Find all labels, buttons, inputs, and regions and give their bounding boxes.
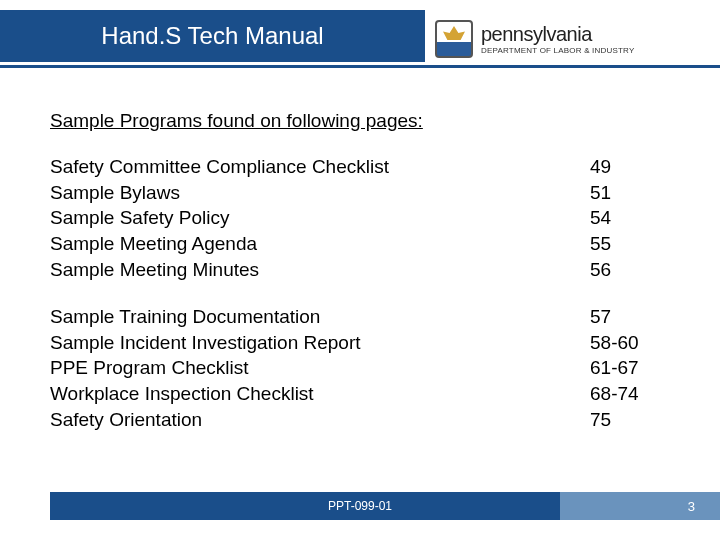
program-page: 58-60 bbox=[580, 330, 670, 356]
state-name: pennsylvania bbox=[481, 23, 634, 46]
program-label: Sample Safety Policy bbox=[50, 205, 580, 231]
list-item: Safety Orientation 75 bbox=[50, 407, 670, 433]
page-title: Hand.S Tech Manual bbox=[101, 22, 323, 50]
department-name: DEPARTMENT OF LABOR & INDUSTRY bbox=[481, 46, 634, 55]
program-label: Safety Committee Compliance Checklist bbox=[50, 154, 580, 180]
footer-accent bbox=[560, 492, 720, 520]
program-label: Safety Orientation bbox=[50, 407, 580, 433]
list-item: Sample Safety Policy 54 bbox=[50, 205, 670, 231]
state-logo: pennsylvania DEPARTMENT OF LABOR & INDUS… bbox=[435, 20, 634, 58]
program-label: Sample Bylaws bbox=[50, 180, 580, 206]
program-page: 57 bbox=[580, 304, 670, 330]
program-page: 61-67 bbox=[580, 355, 670, 381]
program-page: 75 bbox=[580, 407, 670, 433]
program-page: 49 bbox=[580, 154, 670, 180]
list-item: Sample Bylaws 51 bbox=[50, 180, 670, 206]
program-group-2: Sample Training Documentation 57 Sample … bbox=[50, 304, 670, 432]
header-divider bbox=[0, 65, 720, 68]
program-page: 54 bbox=[580, 205, 670, 231]
content-area: Sample Programs found on following pages… bbox=[50, 110, 670, 454]
program-label: PPE Program Checklist bbox=[50, 355, 580, 381]
program-label: Sample Meeting Agenda bbox=[50, 231, 580, 257]
program-group-1: Safety Committee Compliance Checklist 49… bbox=[50, 154, 670, 282]
intro-heading: Sample Programs found on following pages… bbox=[50, 110, 670, 132]
page-number: 3 bbox=[688, 499, 695, 514]
program-label: Workplace Inspection Checklist bbox=[50, 381, 580, 407]
list-item: Sample Incident Investigation Report 58-… bbox=[50, 330, 670, 356]
program-page: 55 bbox=[580, 231, 670, 257]
header-bar: Hand.S Tech Manual bbox=[0, 10, 425, 62]
list-item: Workplace Inspection Checklist 68-74 bbox=[50, 381, 670, 407]
program-page: 51 bbox=[580, 180, 670, 206]
state-seal-icon bbox=[435, 20, 473, 58]
program-page: 68-74 bbox=[580, 381, 670, 407]
program-label: Sample Incident Investigation Report bbox=[50, 330, 580, 356]
list-item: Safety Committee Compliance Checklist 49 bbox=[50, 154, 670, 180]
list-item: Sample Meeting Minutes 56 bbox=[50, 257, 670, 283]
list-item: Sample Training Documentation 57 bbox=[50, 304, 670, 330]
program-label: Sample Meeting Minutes bbox=[50, 257, 580, 283]
program-label: Sample Training Documentation bbox=[50, 304, 580, 330]
logo-text: pennsylvania DEPARTMENT OF LABOR & INDUS… bbox=[481, 23, 634, 55]
list-item: Sample Meeting Agenda 55 bbox=[50, 231, 670, 257]
program-page: 56 bbox=[580, 257, 670, 283]
footer-code: PPT-099-01 bbox=[328, 499, 392, 513]
list-item: PPE Program Checklist 61-67 bbox=[50, 355, 670, 381]
